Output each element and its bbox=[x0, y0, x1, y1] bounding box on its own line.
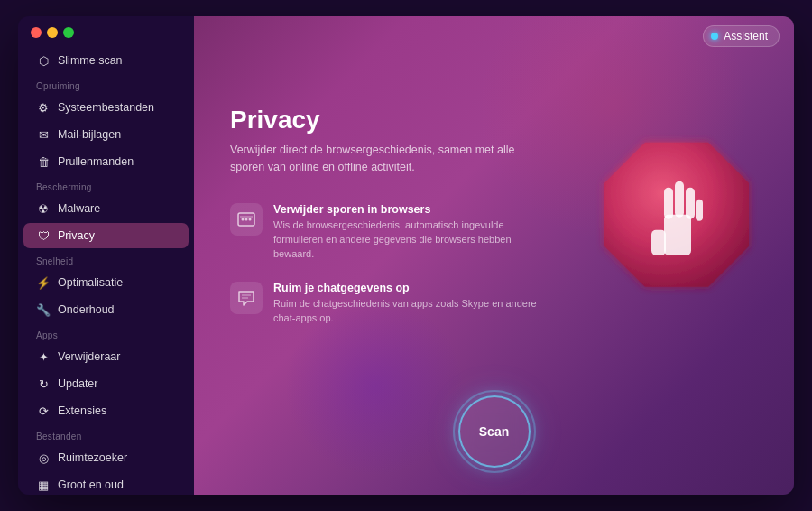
sidebar-item-groot-en-oud[interactable]: ▦ Groot en oud bbox=[23, 472, 189, 495]
section-label-opruiming: Opruiming bbox=[18, 74, 194, 94]
topbar: Assistent bbox=[194, 16, 794, 56]
groot-oud-icon: ▦ bbox=[36, 478, 51, 492]
svg-rect-9 bbox=[651, 230, 666, 256]
sidebar: ⬡ Slimme scan Opruiming ⚙ Systeembestand… bbox=[18, 16, 194, 495]
svg-rect-13 bbox=[696, 200, 703, 221]
section-label-apps: Apps bbox=[18, 323, 194, 343]
stop-sign-svg bbox=[586, 125, 767, 305]
browser-feature-title: Verwijder sporen in browsers bbox=[273, 203, 537, 216]
page-title: Privacy bbox=[230, 106, 537, 135]
sidebar-item-mail-bijlagen[interactable]: ✉ Mail-bijlagen bbox=[23, 122, 189, 147]
verwijderaar-icon: ✦ bbox=[36, 349, 51, 364]
chat-feature-title: Ruim je chatgegevens op bbox=[273, 282, 537, 294]
sidebar-item-malware[interactable]: ☢ Malware bbox=[23, 196, 189, 221]
section-label-bestanden: Bestanden bbox=[18, 424, 194, 444]
privacy-big-icon bbox=[586, 125, 767, 309]
browser-feature-desc: Wis de browsergeschiedenis, automatisch … bbox=[273, 218, 537, 262]
privacy-icon: 🛡 bbox=[36, 228, 51, 243]
sidebar-item-label: Malware bbox=[58, 202, 100, 215]
svg-rect-10 bbox=[664, 188, 673, 219]
sidebar-item-extensies[interactable]: ⟳ Extensies bbox=[23, 398, 189, 423]
svg-rect-8 bbox=[664, 215, 691, 256]
main-content: Assistent Privacy Verwijder direct de br… bbox=[194, 16, 794, 495]
page-subtitle: Verwijder direct de browsergeschiedenis,… bbox=[230, 142, 537, 176]
svg-point-2 bbox=[245, 218, 248, 220]
sidebar-item-label: Mail-bijlagen bbox=[58, 128, 121, 141]
sidebar-item-label: Extensies bbox=[58, 404, 106, 417]
sidebar-item-label: Groot en oud bbox=[58, 478, 124, 491]
sidebar-item-label: Slimme scan bbox=[58, 54, 123, 67]
svg-rect-12 bbox=[686, 188, 695, 219]
feature-chat: Ruim je chatgegevens op Ruim de chatgesc… bbox=[230, 282, 537, 326]
scan-button[interactable]: Scan bbox=[458, 395, 531, 468]
close-button[interactable] bbox=[31, 27, 42, 38]
chat-feature-text: Ruim je chatgegevens op Ruim de chatgesc… bbox=[273, 282, 537, 326]
chat-feature-icon bbox=[230, 282, 263, 314]
sidebar-item-verwijderaar[interactable]: ✦ Verwijderaar bbox=[23, 344, 189, 369]
sidebar-item-optimalisatie[interactable]: ⚡ Optimalisatie bbox=[23, 270, 189, 295]
sidebar-item-updater[interactable]: ↻ Updater bbox=[23, 371, 189, 396]
onderhoud-icon: 🔧 bbox=[36, 302, 51, 317]
sidebar-item-label: Verwijderaar bbox=[58, 350, 120, 363]
section-label-bescherming: Bescherming bbox=[18, 175, 194, 195]
svg-point-1 bbox=[242, 218, 245, 220]
trash-icon: 🗑 bbox=[36, 154, 51, 169]
sidebar-item-slimme-scan[interactable]: ⬡ Slimme scan bbox=[23, 48, 189, 73]
sidebar-item-privacy[interactable]: 🛡 Privacy bbox=[23, 223, 189, 248]
maximize-button[interactable] bbox=[63, 27, 74, 38]
optimalisatie-icon: ⚡ bbox=[36, 275, 51, 290]
minimize-button[interactable] bbox=[47, 27, 58, 38]
extensies-icon: ⟳ bbox=[36, 404, 51, 418]
sidebar-item-label: Updater bbox=[58, 377, 97, 390]
assistant-label: Assistent bbox=[724, 30, 768, 42]
browser-feature-text: Verwijder sporen in browsers Wis de brow… bbox=[273, 203, 537, 262]
sidebar-item-prullenmanden[interactable]: 🗑 Prullenmanden bbox=[23, 149, 189, 174]
svg-rect-11 bbox=[675, 181, 684, 218]
assistant-dot bbox=[711, 33, 718, 40]
text-section: Privacy Verwijder direct de browsergesch… bbox=[230, 106, 537, 345]
section-label-snelheid: Snelheid bbox=[18, 249, 194, 269]
bottom-area: Scan bbox=[194, 395, 794, 495]
sidebar-item-label: Optimalisatie bbox=[58, 276, 123, 289]
sidebar-item-ruimtezoeker[interactable]: ◎ Ruimtezoeker bbox=[23, 445, 189, 470]
app-window: ⬡ Slimme scan Opruiming ⚙ Systeembestand… bbox=[18, 16, 794, 495]
sidebar-item-label: Privacy bbox=[58, 229, 95, 242]
browser-feature-icon bbox=[230, 203, 263, 236]
chat-feature-desc: Ruim de chatgeschiedenis van apps zoals … bbox=[273, 297, 537, 326]
malware-icon: ☢ bbox=[36, 201, 51, 216]
assistant-badge[interactable]: Assistent bbox=[703, 25, 780, 47]
ruimtezoeker-icon: ◎ bbox=[36, 451, 51, 465]
sidebar-item-label: Onderhoud bbox=[58, 303, 115, 316]
systeembestanden-icon: ⚙ bbox=[36, 100, 51, 115]
sidebar-item-label: Prullenmanden bbox=[58, 155, 134, 168]
updater-icon: ↻ bbox=[36, 376, 51, 391]
feature-browser: Verwijder sporen in browsers Wis de brow… bbox=[230, 203, 537, 262]
sidebar-item-label: Systeembestanden bbox=[58, 101, 154, 114]
content-area: Privacy Verwijder direct de browsergesch… bbox=[194, 56, 794, 395]
sidebar-item-label: Ruimtezoeker bbox=[58, 451, 127, 464]
sidebar-item-onderhoud[interactable]: 🔧 Onderhoud bbox=[23, 297, 189, 322]
svg-point-3 bbox=[249, 218, 252, 220]
sidebar-item-systeembestanden[interactable]: ⚙ Systeembestanden bbox=[23, 95, 189, 120]
window-controls bbox=[18, 27, 194, 47]
mail-icon: ✉ bbox=[36, 127, 51, 142]
slimme-scan-icon: ⬡ bbox=[36, 53, 51, 68]
